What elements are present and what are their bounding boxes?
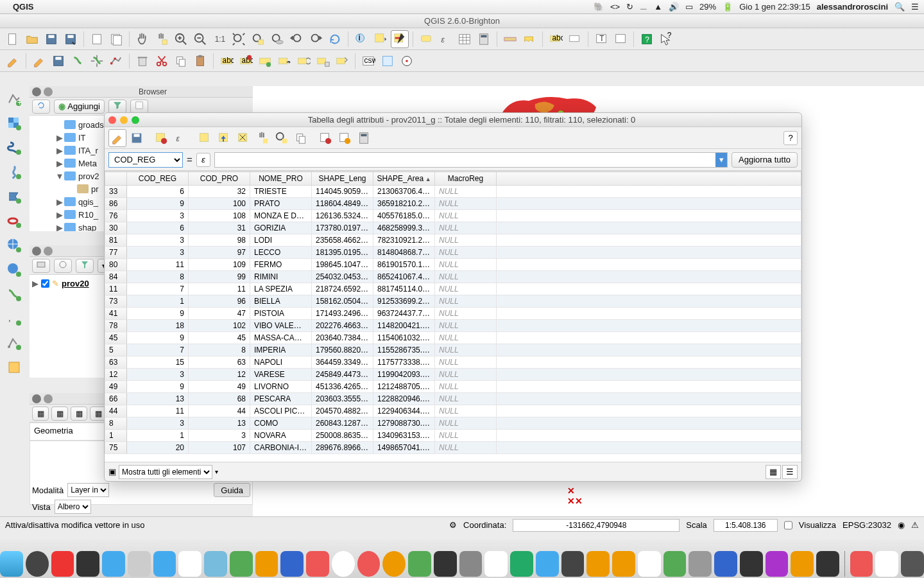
field-calc-button[interactable] [475,30,493,48]
label-2[interactable]: abc [237,52,255,70]
layer-checkbox[interactable] [41,279,49,288]
dock-app[interactable] [332,551,355,577]
panel-undock-icon[interactable] [44,87,53,96]
add-oracle-button[interactable] [4,211,24,231]
table-row[interactable]: 76 3 108 MONZA E D… 126136.5324… 4055761… [105,210,801,222]
guide-button[interactable]: Guida [214,483,250,497]
zoom-layer-button[interactable] [268,30,286,48]
attr-grid[interactable]: COD_REG COD_PRO NOME_PRO SHAPE_Leng SHAP… [105,171,801,462]
scale-input[interactable] [714,519,778,532]
sync-icon[interactable]: ↻ [626,2,633,12]
current-edits-button[interactable] [30,52,48,70]
col-header[interactable]: COD_REG [127,172,189,186]
tree-item[interactable]: shap [78,223,96,232]
expression-builder-button[interactable]: ε [196,153,210,167]
zoom-full-button[interactable] [230,30,248,48]
filter-icon[interactable]: ▣ [108,467,116,477]
table-row[interactable]: 66 13 68 PESCARA 203603.3555… 1228820946… [105,393,801,405]
tree-item[interactable]: prov2 [78,171,99,181]
label-7[interactable] [333,52,351,70]
copy-rows-button[interactable] [292,129,310,147]
manage-visibility-button[interactable] [54,259,72,273]
save-edits-attr-button[interactable] [128,129,146,147]
add-mssql-button[interactable] [4,186,24,207]
dock-app[interactable] [612,551,635,577]
toggle-extents-icon[interactable]: ⚙ [449,520,457,530]
plugin-2[interactable] [398,52,416,70]
filter-legend-button[interactable] [76,259,94,273]
label-6[interactable] [314,52,332,70]
move-selection-top-button[interactable] [215,129,233,147]
dock-app[interactable] [510,551,533,577]
clock[interactable]: Gio 1 gen 22:39:15 [739,2,810,12]
dock-app[interactable] [178,551,201,577]
add-group-button[interactable] [32,259,50,273]
layer-name[interactable]: prov20 [62,279,89,288]
dock-app[interactable] [689,551,712,577]
composer-manager-button[interactable] [107,30,125,48]
dock-app[interactable] [638,551,661,577]
attr-table-button[interactable] [456,30,474,48]
label-3[interactable] [256,52,274,70]
table-row[interactable]: 78 18 102 VIBO VALE… 202276.4663… 114820… [105,320,801,332]
composer-button[interactable] [88,30,106,48]
notification-center-icon[interactable]: ☰ [911,2,919,12]
table-row[interactable]: 41 9 47 PISTOIA 171493.2496… 963724437.7… [105,308,801,320]
tree-item[interactable]: pr [91,184,99,194]
pan-to-selected-button[interactable] [253,129,271,147]
expression-select-button[interactable]: ε [436,30,454,48]
layers-undock-icon[interactable] [44,247,53,256]
zoom-next-button[interactable] [307,30,325,48]
form-view-button[interactable]: ☰ [782,465,798,479]
refresh-browser-button[interactable] [32,100,50,114]
table-row[interactable]: 80 11 109 FERMO 198645.1047… 861901570.1… [105,259,801,271]
filter-browser-button[interactable] [108,100,126,114]
paste-button[interactable] [191,52,209,70]
dock-trash[interactable] [901,551,924,577]
volume-icon[interactable]: 🔊 [669,2,679,12]
delete-selected-button[interactable] [133,52,151,70]
dock-finder[interactable] [0,551,23,577]
table-row[interactable]: 63 15 63 NAPOLI 364459.3349… 1175773338.… [105,356,801,369]
add-raster-button[interactable] [4,113,24,134]
battery-percent[interactable]: 29% [699,2,716,12]
new-vector-button[interactable] [4,333,24,353]
delete-selected-attr-button[interactable] [152,129,170,147]
expression-input[interactable]: ▾ [214,152,728,168]
zoom-selection-button[interactable] [249,30,267,48]
col-header[interactable]: COD_PRO [189,172,250,186]
bookmark-button[interactable] [520,30,538,48]
zoom-to-selected-button[interactable] [273,129,291,147]
add-wms-button[interactable] [4,235,24,256]
select-by-expression-button[interactable]: ε [171,129,189,147]
cut-button[interactable] [153,52,171,70]
table-row[interactable]: 75 20 107 CARBONIA-I… 289676.8966… 14986… [105,442,801,454]
delete-column-button[interactable] [316,129,334,147]
table-view-button[interactable]: ▦ [766,465,781,479]
render-checkbox[interactable] [784,519,792,532]
table-row[interactable]: 81 3 98 LODI 235658.4662… 782310921.2… N… [105,234,801,247]
bluetooth-icon[interactable]: ⚊ [640,2,647,12]
annotation-text-button[interactable]: T [592,30,610,48]
app-name-menu[interactable]: QGIS [13,2,34,12]
table-row[interactable]: 77 3 97 LECCO 181395.0195… 814804868.7… … [105,247,801,259]
identify-close-icon[interactable] [32,394,41,403]
toggle-edit-button[interactable] [4,52,22,70]
field-calc-attr-button[interactable] [355,129,373,147]
zoom-last-button[interactable] [287,30,305,48]
dock-app[interactable] [740,551,763,577]
zoom-in-button[interactable] [172,30,190,48]
label-1[interactable]: abc [218,52,235,70]
mode-select[interactable]: Layer in [67,483,109,497]
zoom-native-button[interactable]: 1:1 [210,30,228,48]
dock-app[interactable] [561,551,585,577]
dock-app[interactable] [816,551,839,577]
dock-app[interactable] [306,551,329,577]
crs-button[interactable]: ◉ [898,520,905,530]
identify-tool-1[interactable]: ▦ [32,407,49,421]
table-row[interactable]: 84 8 99 RIMINI 254032.0453… 865241067.4…… [105,271,801,283]
tree-item[interactable]: ITA_r [78,146,98,155]
wifi-icon[interactable]: ▲ [654,2,662,12]
labeling-2-button[interactable] [566,30,584,48]
col-header-sorted[interactable]: SHAPE_Area [373,172,435,186]
